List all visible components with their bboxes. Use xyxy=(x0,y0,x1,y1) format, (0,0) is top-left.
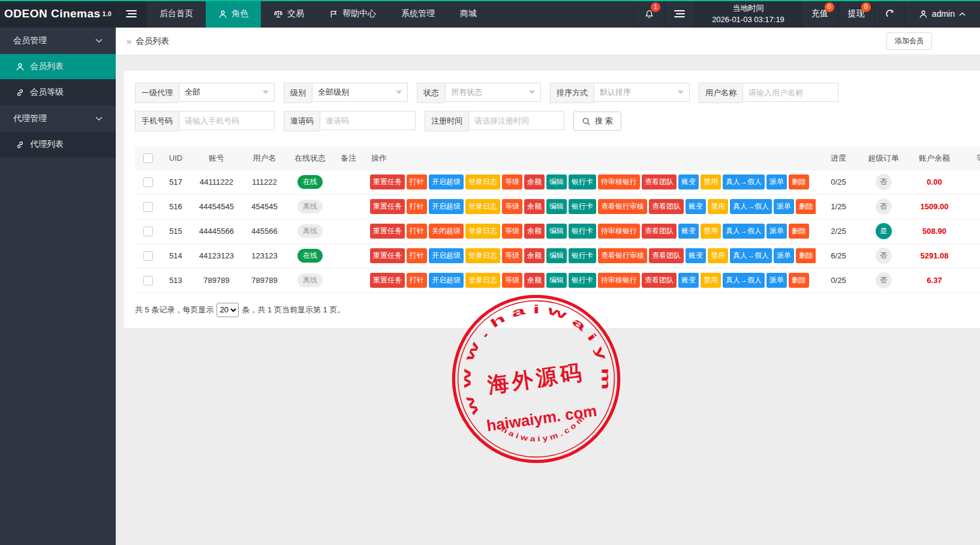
recharge-button[interactable]: 充值 0 xyxy=(801,0,838,28)
action-button[interactable]: 余额 xyxy=(524,199,545,214)
action-button[interactable]: 余额 xyxy=(524,174,545,189)
action-button[interactable]: 禁用 xyxy=(701,273,721,288)
action-button[interactable]: 开启超级 xyxy=(429,199,464,214)
action-button[interactable]: 删除 xyxy=(789,224,809,239)
username-input[interactable] xyxy=(742,83,838,102)
action-button[interactable]: 打针 xyxy=(407,174,427,189)
action-button[interactable]: 等级 xyxy=(502,248,522,263)
notifications-button[interactable]: 1 xyxy=(634,0,664,28)
action-button[interactable]: 登录日志 xyxy=(465,248,500,263)
action-button[interactable]: 账变 xyxy=(678,174,699,189)
sidebar-item-member-level[interactable]: 会员等级 xyxy=(0,80,116,106)
action-button[interactable]: 删除 xyxy=(796,248,816,263)
action-button[interactable]: 重置任务 xyxy=(370,273,405,288)
user-menu[interactable]: admin xyxy=(904,0,980,28)
refresh-button[interactable] xyxy=(874,0,904,28)
nav-item-mall[interactable]: 商城 xyxy=(447,0,489,28)
row-checkbox[interactable] xyxy=(143,276,153,285)
action-button[interactable]: 关闭超级 xyxy=(429,224,464,239)
action-button[interactable]: 余额 xyxy=(524,248,545,263)
action-button[interactable]: 登录日志 xyxy=(465,199,500,214)
action-button[interactable]: 删除 xyxy=(789,174,809,189)
action-button[interactable]: 真人→假人 xyxy=(723,174,765,189)
action-button[interactable]: 余额 xyxy=(524,273,545,288)
action-button[interactable]: 打针 xyxy=(407,273,427,288)
level-select[interactable]: 全部级别 xyxy=(312,83,408,102)
action-button[interactable]: 删除 xyxy=(796,199,816,214)
row-checkbox[interactable] xyxy=(143,251,153,261)
action-button[interactable]: 派单 xyxy=(766,224,787,239)
action-button[interactable]: 派单 xyxy=(774,199,794,214)
action-button[interactable]: 待审核银行 xyxy=(598,273,640,288)
action-button[interactable]: 派单 xyxy=(774,248,794,263)
register-time-input[interactable] xyxy=(468,111,564,130)
action-button[interactable]: 重置任务 xyxy=(370,248,405,263)
action-button[interactable]: 编辑 xyxy=(546,199,567,214)
action-button[interactable]: 银行卡 xyxy=(569,199,596,214)
row-checkbox[interactable] xyxy=(143,227,153,236)
sort-select[interactable]: 默认排序 xyxy=(594,83,690,102)
action-button[interactable]: 账变 xyxy=(686,199,706,214)
action-button[interactable]: 账变 xyxy=(678,273,699,288)
sidebar-group-agent-management[interactable]: 代理管理 xyxy=(0,106,116,132)
nav-item-transactions[interactable]: 交易 xyxy=(261,0,317,28)
action-button[interactable]: 登录日志 xyxy=(465,273,500,288)
action-button[interactable]: 查看团队 xyxy=(649,199,684,214)
action-button[interactable]: 银行卡 xyxy=(569,224,596,239)
action-button[interactable]: 登录日志 xyxy=(465,174,500,189)
action-button[interactable]: 等级 xyxy=(502,174,522,189)
action-button[interactable]: 禁用 xyxy=(708,248,728,263)
search-button[interactable]: 搜 索 xyxy=(573,112,621,131)
nav-item-dashboard[interactable]: 后台首页 xyxy=(147,0,206,28)
action-button[interactable]: 待审核银行 xyxy=(598,224,640,239)
action-button[interactable]: 编辑 xyxy=(546,273,567,288)
action-button[interactable]: 编辑 xyxy=(546,248,567,263)
action-button[interactable]: 真人→假人 xyxy=(723,273,765,288)
action-button[interactable]: 禁用 xyxy=(701,224,721,239)
action-button[interactable]: 待审核银行 xyxy=(598,174,640,189)
action-button[interactable]: 打针 xyxy=(407,224,427,239)
nav-item-roles[interactable]: 角色 xyxy=(206,0,261,28)
sidebar-toggle-button[interactable] xyxy=(116,0,147,28)
sidebar-item-member-list[interactable]: 会员列表 xyxy=(0,54,116,80)
action-button[interactable]: 等级 xyxy=(502,273,522,288)
row-checkbox[interactable] xyxy=(143,177,153,187)
action-button[interactable]: 银行卡 xyxy=(569,273,596,288)
action-button[interactable]: 余额 xyxy=(524,224,545,239)
action-button[interactable]: 打针 xyxy=(407,248,427,263)
action-button[interactable]: 真人→假人 xyxy=(730,248,772,263)
phone-input[interactable] xyxy=(179,111,275,130)
invite-code-input[interactable] xyxy=(320,111,416,130)
action-button[interactable]: 等级 xyxy=(502,199,522,214)
action-button[interactable]: 银行卡 xyxy=(569,174,596,189)
action-button[interactable]: 编辑 xyxy=(546,174,567,189)
nav-item-help-center[interactable]: 帮助中心 xyxy=(317,0,389,28)
action-button[interactable]: 派单 xyxy=(766,273,787,288)
action-button[interactable]: 登录日志 xyxy=(465,224,500,239)
action-button[interactable]: 开启超级 xyxy=(429,273,464,288)
nav-item-system[interactable]: 系统管理 xyxy=(389,0,447,28)
action-button[interactable]: 真人→假人 xyxy=(723,224,765,239)
withdraw-button[interactable]: 提现 0 xyxy=(838,0,874,28)
action-button[interactable]: 派单 xyxy=(766,174,787,189)
add-member-button[interactable]: 添加会员 xyxy=(886,32,932,50)
action-button[interactable]: 禁用 xyxy=(701,174,721,189)
sidebar-item-agent-list[interactable]: 代理列表 xyxy=(0,132,116,158)
sidebar-group-member-management[interactable]: 会员管理 xyxy=(0,28,116,54)
action-button[interactable]: 开启超级 xyxy=(429,248,464,263)
list-menu-button[interactable] xyxy=(664,0,695,28)
action-button[interactable]: 重置任务 xyxy=(370,199,405,214)
action-button[interactable]: 账变 xyxy=(686,248,706,263)
action-button[interactable]: 查看团队 xyxy=(642,174,677,189)
status-select[interactable]: 所有状态 xyxy=(445,83,541,102)
action-button[interactable]: 查看团队 xyxy=(642,273,677,288)
action-button[interactable]: 查看团队 xyxy=(649,248,684,263)
action-button[interactable]: 查看银行审核 xyxy=(598,199,647,214)
action-button[interactable]: 等级 xyxy=(502,224,522,239)
action-button[interactable]: 银行卡 xyxy=(569,248,596,263)
action-button[interactable]: 查看团队 xyxy=(642,224,677,239)
action-button[interactable]: 打针 xyxy=(407,199,427,214)
action-button[interactable]: 编辑 xyxy=(546,224,567,239)
action-button[interactable]: 重置任务 xyxy=(370,224,405,239)
page-size-select[interactable]: 20 xyxy=(217,303,239,317)
